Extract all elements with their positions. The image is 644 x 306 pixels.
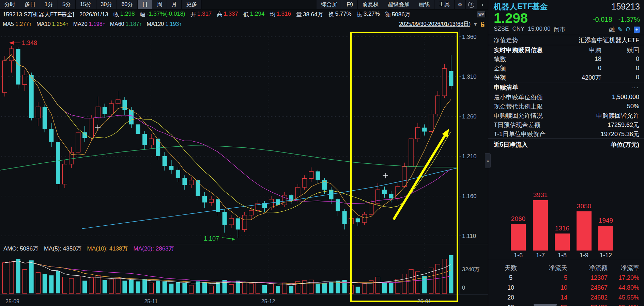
nav-row: 净值走势 汇添富中证机器人ETF — [488, 35, 644, 45]
toolbar-button-F9[interactable]: F9 — [342, 0, 358, 9]
svg-text:1.260: 1.260 — [462, 113, 477, 120]
date-range-control[interactable]: 2025/09/30-2026/01/13(68日) ▼ — [399, 21, 485, 28]
info-field-低: 低1.294 — [243, 11, 265, 18]
amo-indicator-bar: AMO: 5086万MA(5): 4350万MA(10): 4138万MA(20… — [3, 245, 174, 253]
tab-分时[interactable]: 分时 — [0, 0, 20, 9]
tab-15分[interactable]: 15分 — [76, 0, 96, 9]
flow-bar-value: 3050 — [569, 203, 599, 210]
realtime-row-份额: 份额4200万0 — [488, 73, 644, 82]
toolbar-button-画线[interactable]: 画线 — [414, 0, 434, 9]
horizontal-scrollbar[interactable] — [534, 304, 557, 306]
unlock-icon[interactable] — [480, 21, 485, 27]
svg-text:25-11: 25-11 — [144, 299, 158, 304]
flow-bar-value: 3931 — [525, 191, 556, 199]
symbol-label: 159213.SZ[机器人ETF基金] — [3, 11, 74, 18]
realtime-row-金额: 金额00 — [488, 64, 644, 73]
svg-text:26-01: 26-01 — [417, 299, 431, 304]
fund-code: 159213 — [612, 2, 640, 12]
trading-app: 分时多日1分5分15分30分60分日周月更多 综合屏F9前复权超级叠加画线工具 … — [0, 0, 644, 306]
price-change-pct: -1.37% — [618, 16, 640, 23]
flow-title: 近5日净流入 — [494, 141, 528, 149]
chevron-right-icon[interactable]: › — [477, 0, 488, 9]
svg-text:1.107: 1.107 — [204, 235, 219, 242]
toolbar: 分时多日1分5分15分30分60分日周月更多 综合屏F9前复权超级叠加画线工具 … — [0, 0, 488, 10]
flow-unit: 单位(万元) — [611, 141, 639, 149]
realtime-header-row: 实时申购赎回信息 申购 赎回 — [488, 45, 644, 54]
info-bar: 159213.SZ[机器人ETF基金] 2026/01/13 收1.298幅-1… — [0, 10, 488, 19]
ma-value-MA120: MA1201.193↑ — [147, 21, 182, 27]
panel-expander[interactable]: » — [485, 153, 491, 168]
flow-bar-1-8[interactable] — [555, 233, 570, 251]
toolbar-tabs: 分时多日1分5分15分30分60分日周月更多 — [0, 0, 202, 9]
flow-bar-1-12[interactable] — [598, 226, 613, 251]
svg-text:1.310: 1.310 — [462, 74, 477, 80]
right-panel: 机器人ETF基金 159213 1.298 -0.018 -1.37% SZSE… — [488, 0, 644, 306]
ma-value-MA20: MA201.198↑ — [73, 21, 105, 27]
tab-60分[interactable]: 60分 — [117, 0, 138, 9]
edit-pencil-icon[interactable]: ✎ — [617, 26, 623, 33]
net-inflow-bar-chart[interactable]: 20601-639311-713161-830501-919491-12 — [488, 150, 644, 260]
toolbar-spacer — [202, 0, 317, 9]
list-title: 申赎清单 — [494, 83, 518, 92]
chevron-down-icon[interactable]: ▼ — [473, 21, 478, 27]
net-inflow-table: 天数净流天净流额净流率551230717.20%10102486744.80%2… — [488, 263, 644, 306]
info-field-换: 换5.77% — [328, 11, 352, 18]
realtime-title: 实时申购赎回信息 — [494, 46, 552, 54]
flow-bar-1-9[interactable] — [577, 211, 592, 251]
tab-多日[interactable]: 多日 — [20, 0, 40, 9]
ma-value-MA10: MA101.254↑ — [36, 21, 68, 27]
info-field-均: 均1.316 — [270, 11, 291, 18]
redeem-column-header: 赎回 — [601, 46, 639, 54]
flow-header-row: 近5日净流入 单位(万元) — [488, 139, 644, 150]
flow-table-row[interactable]: 20142468245.55% — [488, 293, 644, 303]
tab-1分[interactable]: 1分 — [40, 0, 58, 9]
tab-5分[interactable]: 5分 — [58, 0, 76, 9]
flow-table-row[interactable]: 10102486744.80% — [488, 283, 644, 293]
amo-item: MA(5): 4350万 — [44, 245, 82, 253]
date-range-label[interactable]: 2025/09/30-2026/01/13(68日) — [399, 21, 471, 28]
info-field-高: 高1.337 — [217, 11, 238, 18]
last-price: 1.298 — [494, 11, 528, 25]
flow-table-row[interactable]: 60353343555.45% — [488, 303, 644, 306]
toolbar-button-超级叠加[interactable]: 超级叠加 — [383, 0, 414, 9]
trade-date: 2026/01/13 — [79, 11, 108, 18]
candlestick-chart[interactable]: 1.3601.3101.2601.2101.1601.1103240万01.34… — [0, 29, 488, 306]
tab-30分[interactable]: 30分 — [96, 0, 117, 9]
ma-value-MA60: MA601.187↑ — [110, 21, 142, 27]
list-title-row: 申赎清单 ··· — [488, 82, 644, 93]
list-row: T日预估现金差额17259.62元 — [488, 120, 644, 129]
add-plus-icon[interactable]: + — [634, 27, 640, 33]
tab-周[interactable]: 周 — [152, 0, 167, 9]
info-fields: 收1.298幅-1.37%(-0.018)开1.317高1.337低1.294均… — [113, 11, 411, 18]
quote-header: 机器人ETF基金 159213 1.298 -0.018 -1.37% SZSE… — [488, 0, 644, 35]
info-field-额: 额5086万 — [385, 11, 411, 18]
ma-bar: MA51.277↑MA101.254↑MA201.198↑MA601.187↑M… — [0, 19, 488, 29]
alert-bell-icon[interactable] — [625, 27, 631, 33]
toolbar-button-前复权[interactable]: 前复权 — [358, 0, 383, 9]
flow-table-row[interactable]: 551230717.20% — [488, 273, 644, 283]
svg-text:1.210: 1.210 — [462, 153, 477, 160]
price-change: -0.018 — [593, 16, 612, 23]
flow-bar-1-6[interactable] — [511, 224, 526, 251]
list-row: T-1日单位申赎资产1972075.36元 — [488, 129, 644, 139]
flow-bar-1-7[interactable] — [533, 200, 548, 251]
help-icon[interactable]: ? — [466, 0, 477, 9]
svg-text:25-09: 25-09 — [5, 299, 19, 304]
tab-月[interactable]: 月 — [167, 0, 182, 9]
tab-更多[interactable]: 更多 — [182, 0, 202, 9]
toolbar-button-综合屏[interactable]: 综合屏 — [317, 0, 342, 9]
ma-items: MA51.277↑MA101.254↑MA201.198↑MA601.187↑M… — [3, 21, 182, 27]
toolbar-button-工具[interactable]: 工具 — [434, 0, 455, 9]
realtime-rows: 笔数180金额00份额4200万0 — [488, 54, 644, 82]
subscribe-column-header: 申购 — [552, 46, 601, 54]
currency-label: CNY — [512, 26, 524, 33]
info-field-量: 量38.64万 — [296, 11, 323, 18]
info-field-收: 收1.298 — [113, 11, 135, 18]
amo-item: AMO: 5086万 — [3, 245, 39, 253]
nav-value[interactable]: 汇添富中证机器人ETF — [579, 36, 639, 44]
settings-gear-icon[interactable]: ⚙ — [455, 0, 466, 9]
list-row: 最小申赎单位份额1,500,000 — [488, 93, 644, 102]
tab-日[interactable]: 日 — [138, 0, 152, 9]
realtime-row-笔数: 笔数180 — [488, 54, 644, 64]
more-ellipsis-icon[interactable]: ··· — [631, 84, 639, 91]
